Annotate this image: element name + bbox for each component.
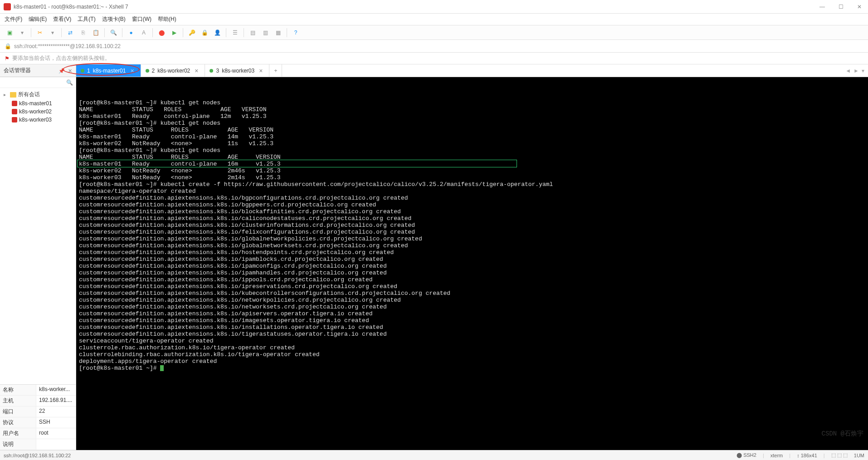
- close-button[interactable]: ✕: [854, 3, 864, 11]
- terminal-line: customresourcedefinition.apiextensions.k…: [79, 215, 865, 222]
- terminal-line: [root@k8s-master01 ~]# kubectl create -f…: [79, 181, 865, 188]
- terminal-line: customresourcedefinition.apiextensions.k…: [79, 249, 865, 256]
- terminal[interactable]: CSDN @石焕宇 [root@k8s-master01 ~]# kubectl…: [76, 77, 868, 450]
- menu-tab[interactable]: 选项卡(B): [102, 15, 126, 23]
- paste-button[interactable]: 📋: [91, 28, 101, 38]
- record-button[interactable]: ⬤: [156, 28, 166, 38]
- minimize-button[interactable]: —: [817, 3, 828, 11]
- play-button[interactable]: ▶: [169, 28, 179, 38]
- sidebar-search[interactable]: 🔍: [0, 77, 76, 88]
- tab-close-icon[interactable]: ×: [259, 67, 263, 74]
- layout-grid-button[interactable]: ▦: [273, 28, 283, 38]
- terminal-line: [root@k8s-master01 ~]# kubectl get nodes: [79, 120, 865, 127]
- tree-item-label: k8s-master01: [19, 100, 52, 107]
- user-button[interactable]: 👤: [212, 28, 222, 38]
- tab-close-icon[interactable]: ×: [195, 67, 198, 74]
- flag-icon: ⚑: [5, 55, 10, 62]
- open-button[interactable]: ▾: [17, 28, 27, 38]
- property-key: 说明: [0, 439, 36, 450]
- address-bar[interactable]: 🔒 ssh://root:***************@192.168.91.…: [0, 40, 868, 53]
- help-button[interactable]: ?: [291, 28, 301, 38]
- tab-k8s-worker02[interactable]: 2 k8s-worker02 ×: [141, 64, 205, 77]
- terminal-line: customresourcedefinition.apiextensions.k…: [79, 229, 865, 235]
- tab-label: k8s-worker03: [222, 68, 254, 74]
- status-dot-icon: [146, 69, 149, 73]
- new-session-button[interactable]: ▣: [5, 28, 15, 38]
- status-num: 1UM: [854, 453, 864, 458]
- close-panel-icon[interactable]: ✕: [68, 68, 72, 73]
- status-ssh: ⬤ SSH2: [736, 452, 756, 458]
- copy-button[interactable]: ⎘: [78, 28, 88, 38]
- menu-view[interactable]: 查看(V): [53, 15, 71, 23]
- sidebar: 🔍 所有会话 k8s-master01k8s-worker02k8s-worke…: [0, 77, 76, 450]
- property-value: 22: [36, 406, 76, 417]
- tab-list-icon[interactable]: ▾: [862, 68, 864, 74]
- tab-nav-right-icon[interactable]: ►: [853, 68, 859, 74]
- tab-nav-left-icon[interactable]: ◄: [845, 68, 851, 74]
- terminal-line: customresourcedefinition.apiextensions.k…: [79, 242, 865, 249]
- reconnect-button[interactable]: ▾: [48, 28, 58, 38]
- menu-file[interactable]: 文件(F): [5, 15, 22, 23]
- terminal-line: k8s-master01 Ready control-plane 12m v1.…: [79, 113, 865, 120]
- terminal-line: deployment.apps/tigera-operator created: [79, 358, 865, 365]
- color-button[interactable]: ●: [126, 28, 136, 38]
- tree-item-k8s-worker03[interactable]: k8s-worker03: [0, 116, 76, 124]
- terminal-line: customresourcedefinition.apiextensions.k…: [79, 317, 865, 324]
- separator: [122, 28, 122, 37]
- menu-window[interactable]: 窗口(W): [132, 15, 151, 23]
- tree-item-k8s-master01[interactable]: k8s-master01: [0, 99, 76, 108]
- property-key: 协议: [0, 417, 36, 428]
- terminal-line: NAME STATUS ROLES AGE VERSION: [79, 154, 865, 161]
- menu-help[interactable]: 帮助(H): [158, 15, 176, 23]
- tab-k8s-worker03[interactable]: 3 k8s-worker03 ×: [205, 64, 269, 77]
- tab-k8s-master01[interactable]: 1 k8s-master01 ×: [76, 64, 141, 77]
- menu-edit[interactable]: 编辑(E): [29, 15, 47, 23]
- key-button[interactable]: 🔑: [187, 28, 197, 38]
- separator: [244, 28, 244, 37]
- add-tab-button[interactable]: +: [269, 64, 282, 77]
- find-button[interactable]: 🔍: [108, 28, 118, 38]
- tabs-row: 会话管理器 📌 ✕ 1 k8s-master01 × 2 k8s-worker0…: [0, 64, 868, 77]
- lock-button[interactable]: 🔒: [200, 28, 210, 38]
- transfer-button[interactable]: ⇄: [65, 28, 75, 38]
- watermark: CSDN @石焕宇: [822, 431, 863, 437]
- font-button[interactable]: A: [139, 28, 149, 38]
- terminal-line: clusterrole.rbac.authorization.k8s.io/ti…: [79, 344, 865, 351]
- layout-v-button[interactable]: ▥: [260, 28, 270, 38]
- terminal-line: customresourcedefinition.apiextensions.k…: [79, 263, 865, 269]
- sessions-button[interactable]: ☰: [230, 28, 240, 38]
- session-icon: [12, 117, 17, 122]
- terminal-line: [root@k8s-master01 ~]#: [79, 365, 865, 372]
- status-dot-icon: [81, 69, 84, 73]
- property-value: root: [36, 428, 76, 439]
- status-address: ssh://root@192.168.91.100:22: [4, 453, 736, 458]
- property-row: 用户名root: [0, 428, 76, 439]
- session-icon: [12, 109, 17, 114]
- layout-h-button[interactable]: ▤: [248, 28, 258, 38]
- status-dot-icon: [210, 69, 213, 73]
- separator: [287, 28, 287, 37]
- property-row: 名称k8s-worker...: [0, 385, 76, 396]
- property-key: 主机: [0, 396, 36, 406]
- terminal-line: k8s-master01 Ready control-plane 16m v1.…: [79, 161, 865, 167]
- tree-root[interactable]: 所有会话: [0, 90, 76, 99]
- connect-button[interactable]: ✂: [35, 28, 45, 38]
- lock-icon: 🔒: [5, 43, 11, 49]
- session-manager-header: 会话管理器 📌 ✕: [0, 64, 76, 77]
- pin-icon[interactable]: 📌: [59, 68, 65, 73]
- hint-bar: ⚑ 要添加当前会话，点击左侧的箭头按钮。: [0, 53, 868, 64]
- maximize-button[interactable]: ☐: [836, 3, 846, 11]
- tree-item-k8s-worker02[interactable]: k8s-worker02: [0, 108, 76, 116]
- property-row: 协议SSH: [0, 417, 76, 428]
- menu-tools[interactable]: 工具(T): [78, 15, 95, 23]
- terminal-line: customresourcedefinition.apiextensions.k…: [79, 310, 865, 317]
- tab-close-icon[interactable]: ×: [130, 67, 134, 74]
- terminal-line: customresourcedefinition.apiextensions.k…: [79, 195, 865, 201]
- session-tree: 所有会话 k8s-master01k8s-worker02k8s-worker0…: [0, 88, 76, 384]
- terminal-line: customresourcedefinition.apiextensions.k…: [79, 283, 865, 290]
- separator: [104, 28, 105, 37]
- terminal-line: customresourcedefinition.apiextensions.k…: [79, 256, 865, 263]
- terminal-line: k8s-master01 Ready control-plane 14m v1.…: [79, 133, 865, 140]
- terminal-line: NAME STATUS ROLES AGE VERSION: [79, 106, 865, 113]
- menubar: 文件(F) 编辑(E) 查看(V) 工具(T) 选项卡(B) 窗口(W) 帮助(…: [0, 14, 868, 25]
